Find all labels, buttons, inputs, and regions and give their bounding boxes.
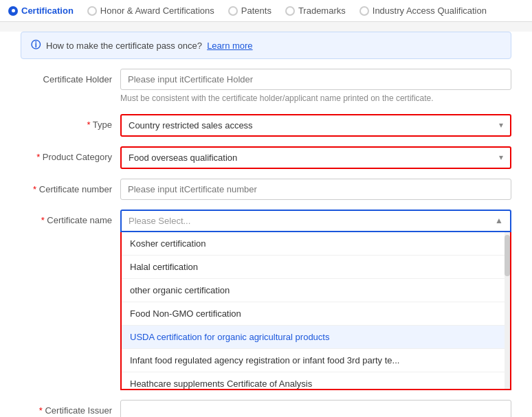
certificate-name-dropdown: Kosher certification Halal certification… (120, 232, 511, 390)
info-banner: ⓘ How to make the certificate pass once?… (21, 32, 511, 59)
certificate-name-control: Please Select... ▲ Kosher certification … (120, 210, 511, 390)
option-usda[interactable]: USDA certification for organic agricultu… (122, 326, 505, 349)
top-tab-bar: Certification Honor & Award Certificatio… (0, 0, 532, 22)
certificate-name-select[interactable]: Please Select... ▲ (120, 210, 511, 232)
tab-patents[interactable]: Patents (228, 5, 271, 16)
radio-patents (228, 6, 238, 16)
certificate-holder-row: Certificate Holder Must be consistent wi… (21, 69, 511, 104)
scrollbar-thumb (505, 235, 510, 276)
certificate-number-row: * Certificate number (21, 179, 511, 200)
certificate-issuer-input[interactable] (120, 400, 511, 417)
tab-honor-award[interactable]: Honor & Award Certifications (87, 5, 214, 16)
option-infant[interactable]: Infant food regulated agency registratio… (122, 349, 505, 372)
option-halal[interactable]: Halal certification (122, 256, 505, 279)
type-select[interactable]: Country restricted sales access ▾ (120, 114, 511, 137)
product-category-select[interactable]: Food overseas qualification ▾ (120, 146, 511, 169)
form-area: ⓘ How to make the certificate pass once?… (0, 32, 532, 417)
certificate-number-label: * Certificate number (21, 179, 120, 194)
certificate-number-input[interactable] (120, 179, 511, 200)
radio-trademarks (285, 6, 295, 16)
product-category-row: * Product Category Food overseas qualifi… (21, 146, 511, 169)
type-chevron-icon: ▾ (499, 120, 503, 130)
option-non-gmo[interactable]: Food Non-GMO certification (122, 302, 505, 326)
dropdown-items-list: Kosher certification Halal certification… (122, 232, 505, 389)
certificate-issuer-control (120, 400, 511, 417)
certificate-issuer-label: * Certificate Issuer (21, 400, 120, 416)
radio-certification (8, 6, 18, 16)
app-container: Certification Honor & Award Certificatio… (0, 0, 532, 417)
option-kosher[interactable]: Kosher certification (122, 232, 505, 256)
certificate-number-control (120, 179, 511, 200)
type-row: * Type Country restricted sales access ▾ (21, 114, 511, 137)
product-category-control: Food overseas qualification ▾ (120, 146, 511, 169)
option-healthcare[interactable]: Heathcare supplements Certificate of Ana… (122, 372, 505, 389)
certificate-issuer-row: * Certificate Issuer (21, 400, 511, 417)
certificate-name-row: * Certificate name Please Select... ▲ Ko… (21, 210, 511, 390)
product-category-required-star: * (36, 152, 43, 162)
radio-industry-access (359, 6, 369, 16)
tab-industry-access[interactable]: Industry Access Qualification (359, 5, 487, 16)
certificate-holder-input[interactable] (120, 69, 511, 90)
certificate-holder-control: Must be consistent with the certificate … (120, 69, 511, 104)
type-required-star: * (87, 120, 92, 130)
dropdown-scrollbar[interactable] (505, 232, 510, 389)
product-category-chevron-icon: ▾ (499, 153, 503, 162)
certificate-holder-hint: Must be consistent with the certificate … (120, 93, 511, 104)
certificate-name-chevron-icon: ▲ (495, 216, 503, 225)
learn-more-link[interactable]: Learn more (207, 41, 252, 51)
type-control: Country restricted sales access ▾ (120, 114, 511, 137)
info-icon: ⓘ (31, 39, 41, 52)
option-organic[interactable]: other organic certification (122, 279, 505, 302)
tab-trademarks[interactable]: Trademarks (285, 5, 346, 16)
certificate-holder-label: Certificate Holder (21, 69, 120, 84)
certificate-name-label: * Certificate name (21, 210, 120, 225)
certificate-number-required-star: * (33, 184, 39, 194)
product-category-label: * Product Category (21, 146, 120, 162)
tab-certification[interactable]: Certification (8, 5, 74, 16)
type-label: * Type (21, 114, 120, 130)
radio-honor-award (87, 6, 97, 16)
